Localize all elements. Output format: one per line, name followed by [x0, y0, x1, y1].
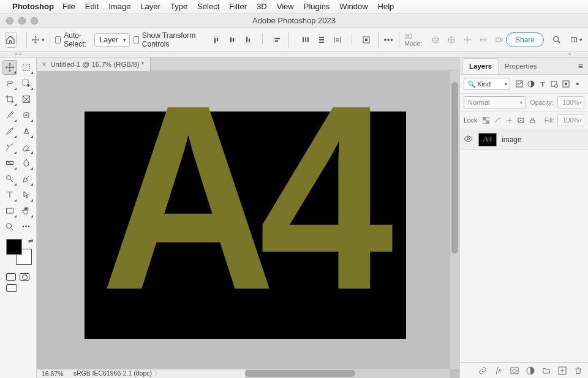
app-menu[interactable]: Photoshop	[12, 2, 54, 11]
share-button[interactable]: Share	[506, 32, 544, 47]
brush-tool[interactable]	[2, 124, 17, 138]
workspace-button[interactable]: ▾	[570, 33, 583, 47]
artboard[interactable]: A4	[85, 112, 406, 339]
lock-pixels-icon[interactable]	[494, 116, 502, 124]
more-options-button[interactable]: •••	[383, 33, 394, 47]
menu-plugins[interactable]: Plugins	[304, 2, 330, 11]
filter-smart-icon[interactable]	[562, 80, 570, 88]
rectangle-tool[interactable]	[2, 203, 17, 218]
tab-layers[interactable]: Layers	[462, 58, 499, 74]
vertical-scrollbar[interactable]	[450, 71, 459, 369]
panel-menu-button[interactable]: ≡	[578, 61, 586, 71]
canvas-area[interactable]: × Untitled-1 @ 16.7% (RGB/8) * A4 16.67%…	[37, 58, 459, 378]
lock-all-icon[interactable]	[529, 116, 537, 124]
lock-position-icon[interactable]	[505, 116, 513, 124]
toolbox-collapse-handle[interactable]: « ≡	[0, 51, 37, 57]
eyedropper-tool[interactable]	[2, 108, 17, 123]
foreground-color-swatch[interactable]	[6, 239, 22, 255]
path-select-tool[interactable]	[19, 187, 34, 202]
adjustment-layer-icon[interactable]	[526, 366, 535, 375]
menu-type[interactable]: Type	[170, 2, 187, 11]
lock-transparency-icon[interactable]	[482, 116, 490, 124]
filter-shape-icon[interactable]	[550, 80, 559, 88]
3d-slide-button[interactable]	[477, 33, 490, 47]
menu-view[interactable]: View	[277, 2, 294, 11]
menu-file[interactable]: File	[62, 2, 75, 11]
crop-tool[interactable]	[2, 92, 17, 107]
swap-colors-icon[interactable]: ⇄	[28, 238, 33, 244]
blend-mode-dropdown[interactable]: Normal	[464, 96, 526, 108]
distribute-v-button[interactable]	[315, 33, 328, 47]
object-select-tool[interactable]	[19, 76, 34, 91]
auto-select-checkbox[interactable]	[55, 36, 61, 43]
layer-effects-icon[interactable]: fx	[494, 366, 503, 375]
layer-mask-icon[interactable]	[510, 366, 519, 375]
menu-help[interactable]: Help	[378, 2, 394, 11]
vertical-scroll-thumb[interactable]	[451, 82, 458, 254]
screen-mode-button[interactable]	[6, 284, 17, 292]
align-to-button[interactable]	[360, 33, 373, 47]
marquee-tool[interactable]	[19, 60, 34, 75]
link-layers-icon[interactable]	[478, 366, 488, 375]
menu-image[interactable]: Image	[108, 2, 130, 11]
move-tool[interactable]	[2, 60, 17, 75]
filter-type-icon[interactable]: T	[538, 80, 547, 88]
close-tab-icon[interactable]: ×	[42, 60, 47, 69]
clone-stamp-tool[interactable]	[19, 124, 34, 138]
visibility-toggle-icon[interactable]	[464, 134, 473, 145]
opacity-field[interactable]: 100%	[557, 96, 584, 108]
delete-layer-icon[interactable]	[573, 366, 583, 375]
show-transform-checkbox[interactable]	[134, 36, 139, 43]
menu-edit[interactable]: Edit	[85, 2, 99, 11]
align-bottom-button[interactable]	[241, 33, 255, 47]
filter-pixel-icon[interactable]	[515, 80, 524, 88]
search-button[interactable]	[550, 33, 564, 47]
3d-orbit-button[interactable]	[429, 33, 442, 47]
auto-select-target-dropdown[interactable]: Layer	[94, 33, 130, 47]
move-tool-preset[interactable]: ▾	[31, 33, 45, 47]
layer-thumbnail[interactable]: A4	[478, 133, 497, 146]
gradient-tool[interactable]	[2, 156, 17, 170]
healing-tool[interactable]	[19, 108, 34, 123]
menu-filter[interactable]: Filter	[229, 2, 247, 11]
layer-item[interactable]: A4 image	[460, 129, 588, 150]
pen-tool[interactable]	[19, 172, 34, 186]
horizontal-scroll-thumb[interactable]	[245, 370, 355, 377]
3d-roll-button[interactable]	[445, 33, 458, 47]
align-left-button[interactable]	[270, 33, 284, 47]
new-layer-icon[interactable]	[557, 366, 567, 375]
hand-tool[interactable]	[19, 203, 34, 218]
tab-properties[interactable]: Properties	[499, 59, 543, 74]
group-layers-icon[interactable]	[541, 366, 551, 375]
fill-field[interactable]: 100%	[557, 114, 584, 126]
menu-3d[interactable]: 3D	[257, 2, 267, 11]
home-button[interactable]	[5, 32, 17, 48]
zoom-tool[interactable]	[2, 219, 17, 234]
color-profile[interactable]: sRGB IEC61966-2.1 (8bpc)〉	[74, 369, 160, 378]
history-brush-tool[interactable]	[2, 140, 17, 154]
eraser-tool[interactable]	[19, 140, 34, 154]
type-tool[interactable]	[2, 187, 17, 202]
blur-tool[interactable]	[19, 156, 34, 170]
align-top-button[interactable]	[209, 33, 223, 47]
align-vcenter-button[interactable]	[225, 33, 239, 47]
dodge-tool[interactable]	[2, 172, 17, 186]
edit-toolbar-button[interactable]: ···	[19, 219, 34, 234]
filter-adjust-icon[interactable]	[527, 80, 535, 88]
color-swatches[interactable]: ⇄	[6, 239, 32, 265]
distribute-space-button[interactable]	[331, 33, 344, 47]
filter-toggle-icon[interactable]: •	[573, 80, 582, 88]
standard-mode-icon[interactable]	[6, 273, 16, 281]
lock-artboard-icon[interactable]	[517, 116, 525, 124]
filter-kind-dropdown[interactable]: 🔍 Kind	[464, 78, 510, 90]
menu-select[interactable]: Select	[197, 2, 219, 11]
quickmask-mode-icon[interactable]	[20, 273, 29, 281]
menu-layer[interactable]: Layer	[140, 2, 160, 11]
3d-camera-button[interactable]	[492, 33, 506, 47]
panel-collapse-handle[interactable]: »	[551, 51, 588, 57]
distribute-h-button[interactable]	[299, 33, 312, 47]
menu-window[interactable]: Window	[339, 2, 368, 11]
layer-name[interactable]: image	[502, 135, 522, 144]
3d-pan-button[interactable]	[461, 33, 474, 47]
frame-tool[interactable]	[19, 92, 34, 107]
